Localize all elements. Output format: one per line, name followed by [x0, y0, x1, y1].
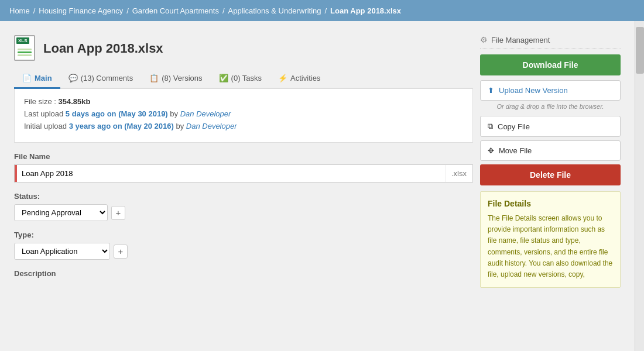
- tab-activities-label: Activities: [290, 74, 320, 82]
- initial-upload-prefix: Initial upload: [24, 122, 69, 130]
- delete-file-button[interactable]: Delete File: [480, 164, 621, 185]
- tab-versions-icon: 📋: [149, 74, 159, 82]
- tab-comments-label: (13) Comments: [81, 74, 133, 82]
- file-details-title: File Details: [488, 199, 613, 208]
- copy-file-button[interactable]: ⧉ Copy File: [480, 116, 621, 137]
- breadcrumb-home[interactable]: Home: [9, 6, 30, 15]
- initial-upload-row: Initial upload 3 years ago on (May 20 20…: [24, 122, 463, 130]
- type-add-button[interactable]: +: [114, 245, 128, 259]
- breadcrumb-sep-1: /: [33, 6, 36, 15]
- breadcrumb-housing[interactable]: Housing Finance Agency: [39, 6, 123, 15]
- upload-icon: ⬆: [488, 86, 494, 95]
- file-icon-body: XLS: [14, 35, 35, 61]
- upload-new-version-button[interactable]: ⬆ Upload New Version: [480, 80, 621, 101]
- initial-upload-by: by: [176, 122, 186, 130]
- last-upload-author: Dan Developer: [180, 109, 231, 118]
- tab-tasks-label: (0) Tasks: [231, 74, 262, 82]
- breadcrumb-sep-4: /: [324, 6, 327, 15]
- tab-main[interactable]: 📄 Main: [14, 69, 60, 89]
- tab-activities[interactable]: ⚡ Activities: [270, 69, 328, 89]
- status-field: Status: Pending Approval Approved Reject…: [14, 192, 473, 221]
- breadcrumb-sep-2: /: [126, 6, 129, 15]
- tab-tasks[interactable]: ✅ (0) Tasks: [211, 69, 270, 89]
- tabs: 📄 Main 💬 (13) Comments 📋 (8) Versions ✅ …: [14, 69, 473, 89]
- scrollbar[interactable]: [635, 21, 644, 351]
- file-icon-line-2: [18, 51, 32, 53]
- file-mgmt-label: File Management: [491, 36, 550, 44]
- file-title: Loan App 2018.xlsx: [43, 41, 163, 56]
- file-size-label: File size :: [24, 97, 56, 106]
- type-select-wrap: Loan Application Supporting Document Oth…: [14, 243, 128, 260]
- filename-input[interactable]: [17, 165, 445, 182]
- status-select-wrap: Pending Approval Approved Rejected Draft…: [14, 204, 125, 221]
- info-box: File size : 354.85kb Last upload 5 days …: [14, 89, 473, 143]
- top-nav: Home / Housing Finance Agency / Garden C…: [0, 0, 644, 21]
- copy-icon: ⧉: [488, 122, 493, 131]
- upload-label: Upload New Version: [499, 86, 568, 95]
- tab-comments[interactable]: 💬 (13) Comments: [60, 69, 142, 89]
- sidebar: ⚙ File Management Download File ⬆ Upload…: [480, 33, 621, 288]
- initial-upload-date: 3 years ago on (May 20 2016): [69, 122, 174, 130]
- breadcrumb-sep-3: /: [222, 6, 225, 15]
- tab-comments-icon: 💬: [68, 74, 78, 82]
- tab-main-label: Main: [35, 74, 52, 82]
- breadcrumb-current: Loan App 2018.xlsx: [330, 6, 401, 15]
- page-inner: XLS Loan App 2018.xlsx 📄: [0, 21, 635, 351]
- tab-main-icon: 📄: [22, 74, 32, 82]
- filename-input-wrap: .xlsx: [14, 164, 473, 183]
- file-icon-line-3: [18, 54, 32, 56]
- gear-icon: ⚙: [480, 35, 488, 44]
- last-upload-by: by: [170, 109, 180, 118]
- breadcrumb-applications[interactable]: Applications & Underwriting: [228, 6, 321, 15]
- file-header: XLS Loan App 2018.xlsx: [14, 35, 473, 62]
- status-label: Status:: [14, 192, 473, 201]
- file-icon-line-1: [18, 49, 32, 50]
- tab-tasks-icon: ✅: [219, 74, 228, 82]
- tab-activities-icon: ⚡: [278, 74, 287, 82]
- move-icon: ✥: [488, 146, 494, 155]
- filename-label: File Name: [14, 152, 473, 161]
- description-label: Description: [14, 269, 473, 278]
- last-upload-prefix: Last upload: [24, 109, 66, 118]
- move-label: Move File: [499, 146, 532, 155]
- tab-versions-label: (8) Versions: [162, 74, 202, 82]
- file-icon-xls-badge: XLS: [16, 37, 29, 44]
- type-select[interactable]: Loan Application Supporting Document Oth…: [14, 243, 110, 260]
- status-select[interactable]: Pending Approval Approved Rejected Draft: [14, 204, 108, 221]
- file-mgmt-divider: [480, 48, 621, 49]
- file-size-row: File size : 354.85kb: [24, 97, 463, 106]
- file-size-value: 354.85kb: [59, 97, 91, 106]
- file-mgmt-header: ⚙ File Management: [480, 33, 621, 44]
- copy-label: Copy File: [498, 122, 530, 131]
- type-label: Type:: [14, 230, 473, 239]
- file-icon: XLS: [14, 35, 37, 62]
- main-content: XLS Loan App 2018.xlsx 📄: [14, 33, 473, 288]
- last-upload-row: Last upload 5 days ago on (May 30 2019) …: [24, 109, 463, 118]
- page-wrap: XLS Loan App 2018.xlsx 📄: [0, 21, 644, 351]
- tab-versions[interactable]: 📋 (8) Versions: [141, 69, 210, 89]
- layout: XLS Loan App 2018.xlsx 📄: [7, 27, 628, 294]
- initial-upload-author: Dan Developer: [186, 122, 237, 130]
- status-add-button[interactable]: +: [111, 206, 125, 220]
- type-field: Type: Loan Application Supporting Docume…: [14, 230, 473, 260]
- drag-drop-text: Or drag & drop a file into the browser.: [480, 103, 621, 110]
- move-file-button[interactable]: ✥ Move File: [480, 140, 621, 161]
- file-details-text: The File Details screen allows you to pr…: [488, 213, 613, 280]
- download-file-button[interactable]: Download File: [480, 54, 621, 75]
- breadcrumb-garden[interactable]: Garden Court Apartments: [132, 6, 219, 15]
- filename-ext: .xlsx: [445, 165, 472, 182]
- last-upload-date: 5 days ago on (May 30 2019): [66, 109, 168, 118]
- file-details-box: File Details The File Details screen all…: [480, 191, 621, 288]
- file-icon-lines: [18, 49, 32, 57]
- scroll-thumb[interactable]: [636, 27, 644, 74]
